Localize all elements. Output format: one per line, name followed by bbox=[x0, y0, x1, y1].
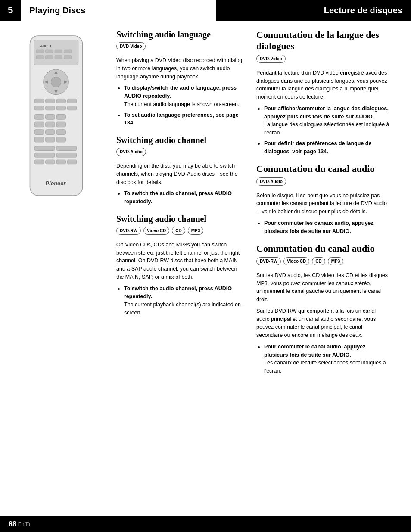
section3-badges: DVD-RW Video CD CD MP3 bbox=[116, 227, 243, 237]
fr-section2-bullet1-bold: Pour commuter les canaux audio, appuyez … bbox=[264, 220, 374, 234]
left-column: AUDIO bbox=[0, 29, 112, 512]
fr-section2-badges: DVD-Audio bbox=[256, 177, 390, 188]
fr-section1-badges: DVD-Video bbox=[256, 55, 390, 65]
section1-bullet2: To set audio language preferences, see p… bbox=[124, 111, 243, 128]
svg-rect-32 bbox=[34, 130, 44, 135]
fr-videocd-badge: Video CD bbox=[283, 257, 309, 265]
svg-rect-21 bbox=[67, 99, 76, 103]
fr-section3-bullets: Pour commuter le canal audio, appuyez pl… bbox=[264, 343, 390, 375]
svg-rect-34 bbox=[56, 130, 65, 135]
svg-rect-18 bbox=[34, 99, 44, 103]
fr-section1-bullet2: Pour définir des préférences de langue d… bbox=[264, 140, 390, 156]
svg-rect-10 bbox=[64, 56, 72, 59]
svg-rect-19 bbox=[45, 99, 54, 103]
svg-rect-38 bbox=[34, 146, 55, 151]
fr-dvd-video-badge: DVD-Video bbox=[256, 55, 286, 63]
section3-bullet1-text: The current playback channel(s) are indi… bbox=[124, 302, 243, 316]
fr-section2-bullets: Pour commuter les canaux audio, appuyez … bbox=[264, 219, 390, 236]
fr-section3-badges: DVD-RW Video CD CD MP3 bbox=[256, 257, 390, 268]
section3-bullet1: To switch the audio channel, press AUDIO… bbox=[124, 285, 243, 317]
fr-section1-bullet1-text: La langue des dialogues sélectionnée est… bbox=[264, 121, 389, 136]
svg-rect-23 bbox=[45, 106, 54, 110]
svg-rect-33 bbox=[45, 130, 54, 135]
svg-rect-9 bbox=[55, 56, 62, 59]
videocd-badge: Video CD bbox=[143, 227, 169, 235]
svg-text:Pioneer: Pioneer bbox=[45, 180, 66, 187]
fr-section3-title: Commutation du canal audio bbox=[256, 243, 390, 254]
dvdrw-badge: DVD-RW bbox=[116, 227, 141, 235]
section1-bullet1: To display/switch the audio language, pr… bbox=[124, 84, 243, 108]
svg-rect-25 bbox=[67, 106, 76, 110]
header-title-left: Playing Discs bbox=[21, 0, 216, 21]
svg-rect-7 bbox=[36, 56, 44, 59]
section1-title: Switching audio language bbox=[116, 29, 243, 40]
fr-dvdrw-badge: DVD-RW bbox=[256, 257, 281, 265]
svg-rect-41 bbox=[56, 153, 76, 157]
fr-cd-badge: CD bbox=[312, 257, 325, 265]
svg-rect-39 bbox=[56, 146, 76, 151]
section3-title: Switching audio channel bbox=[116, 214, 243, 224]
section2-bullet1-bold: To switch the audio channel, press AUDIO… bbox=[124, 190, 232, 205]
section3-bullet1-bold: To switch the audio channel, press AUDIO… bbox=[124, 286, 232, 300]
cd-badge: CD bbox=[172, 227, 185, 235]
fr-section-1: Commutation de la langue des dialogues D… bbox=[256, 29, 390, 156]
fr-section3-bullet1-text: Les canaux de lecture sélectionnés sont … bbox=[264, 360, 386, 374]
svg-rect-20 bbox=[56, 99, 65, 103]
svg-rect-45 bbox=[67, 160, 76, 164]
remote-control-image: AUDIO bbox=[19, 34, 94, 215]
section1-para1: When playing a DVD Video disc recorded w… bbox=[116, 56, 243, 81]
fr-section2-para1: Selon le disque, il se peut que vous ne … bbox=[256, 192, 390, 216]
svg-rect-36 bbox=[45, 137, 54, 142]
dvd-audio-badge: DVD-Audio bbox=[116, 148, 146, 156]
svg-rect-35 bbox=[34, 137, 44, 142]
fr-section-2: Commutation du canal audio DVD-Audio Sel… bbox=[256, 163, 390, 235]
fr-section1-bullet2-bold: Pour définir des préférences de langue d… bbox=[264, 140, 371, 155]
svg-rect-30 bbox=[45, 122, 54, 127]
fr-mp3-badge: MP3 bbox=[328, 257, 344, 265]
svg-rect-37 bbox=[56, 137, 65, 142]
page-header: 5 Playing Discs Lecture de disques bbox=[0, 0, 411, 21]
fr-section3-bullet1-bold: Pour commuter le canal audio, appuyez pl… bbox=[264, 344, 365, 358]
section2-badges: DVD-Audio bbox=[116, 148, 243, 159]
fr-section2-title: Commutation du canal audio bbox=[256, 163, 390, 174]
section-switching-audio-language: Switching audio language DVD-Video When … bbox=[116, 29, 243, 127]
section2-title: Switching audio channel bbox=[116, 135, 243, 145]
svg-rect-43 bbox=[45, 160, 54, 164]
section2-bullets: To switch the audio channel, press AUDIO… bbox=[124, 190, 243, 206]
fr-dvd-audio-badge: DVD-Audio bbox=[256, 177, 286, 186]
fr-section1-para1: Pendant la lecture d'un DVD vidéo enregi… bbox=[256, 69, 390, 101]
svg-rect-22 bbox=[34, 106, 44, 110]
svg-point-13 bbox=[51, 77, 61, 87]
section1-bullet1-text: The current audio language is shown on-s… bbox=[124, 101, 240, 107]
fr-section1-bullet1-bold: Pour afficher/commuter la langue des dia… bbox=[264, 106, 389, 120]
page-number: 5 bbox=[0, 0, 21, 21]
svg-rect-6 bbox=[64, 50, 72, 53]
page-footer: 68 En/Fr bbox=[0, 516, 411, 532]
mid-column: Switching audio language DVD-Video When … bbox=[112, 29, 250, 512]
fr-section3-bullet1: Pour commuter le canal audio, appuyez pl… bbox=[264, 343, 390, 375]
svg-rect-8 bbox=[45, 56, 53, 59]
footer-language: En/Fr bbox=[18, 521, 31, 527]
section1-bullet2-bold: To set audio language preferences, see p… bbox=[124, 112, 239, 126]
right-column: Commutation de la langue des dialogues D… bbox=[250, 29, 396, 512]
svg-rect-5 bbox=[55, 50, 62, 53]
svg-rect-24 bbox=[56, 106, 65, 110]
dvd-video-badge: DVD-Video bbox=[116, 42, 146, 50]
mp3-badge: MP3 bbox=[188, 227, 204, 235]
section-switching-audio-channel-dvd: Switching audio channel DVD-Audio Depend… bbox=[116, 135, 243, 206]
svg-rect-31 bbox=[56, 122, 65, 127]
section2-para1: Depending on the disc, you may be able t… bbox=[116, 162, 243, 186]
fr-section1-bullet1: Pour afficher/commuter la langue des dia… bbox=[264, 105, 390, 137]
section-switching-audio-channel-other: Switching audio channel DVD-RW Video CD … bbox=[116, 214, 243, 317]
footer-page-number: 68 bbox=[9, 520, 16, 528]
svg-rect-26 bbox=[34, 115, 44, 120]
section3-para1: On Video CDs, CDs and MP3s you can switc… bbox=[116, 241, 243, 281]
fr-section3-para2: Sur les DVD-RW qui comportent à la fois … bbox=[256, 307, 390, 339]
svg-rect-3 bbox=[36, 50, 44, 53]
svg-rect-40 bbox=[34, 153, 55, 157]
fr-section2-bullet1: Pour commuter les canaux audio, appuyez … bbox=[264, 219, 390, 236]
svg-rect-27 bbox=[45, 115, 54, 120]
svg-rect-4 bbox=[45, 50, 53, 53]
main-content: AUDIO bbox=[0, 21, 411, 516]
header-title-right: Lecture de disques bbox=[216, 0, 411, 21]
